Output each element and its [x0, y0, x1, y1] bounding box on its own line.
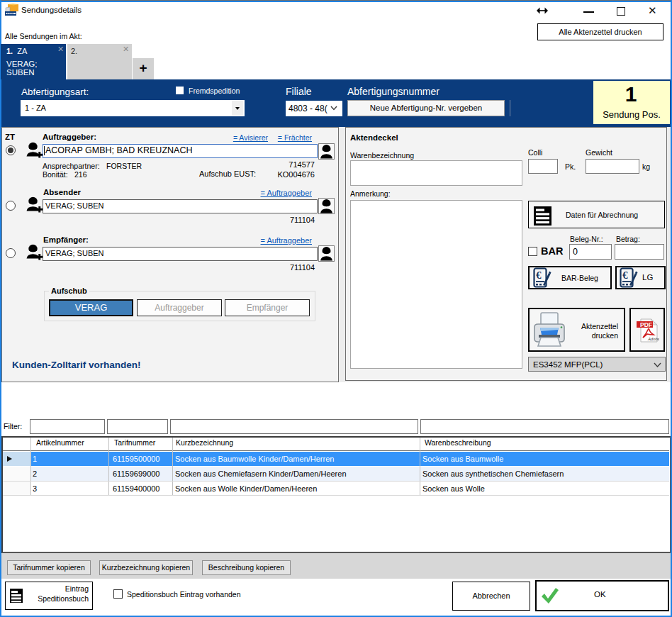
svg-text:€: € — [536, 269, 542, 281]
svg-text:€: € — [622, 269, 628, 281]
svg-text:Adobe: Adobe — [647, 336, 659, 341]
svg-text:PDF: PDF — [640, 321, 652, 328]
